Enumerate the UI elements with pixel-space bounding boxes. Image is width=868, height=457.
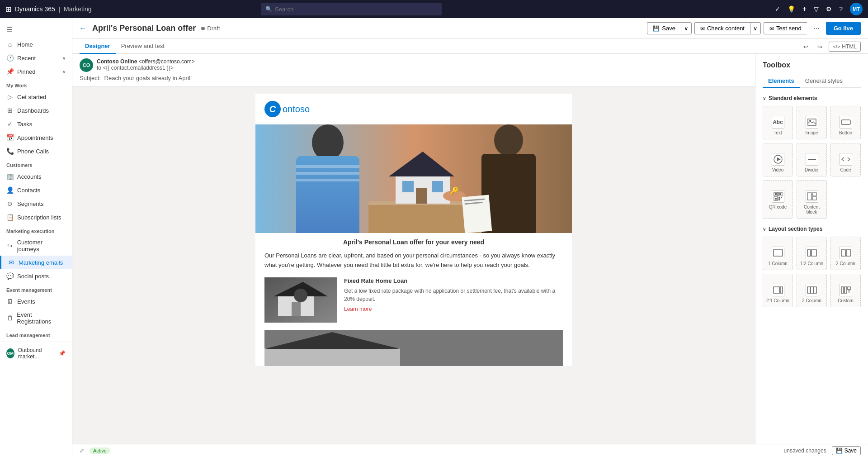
email-from-email: <offers@contoso.com> bbox=[139, 58, 195, 65]
toolbox-layouts-grid: · · · · · · 1 Column · · · · · · bbox=[763, 237, 861, 307]
save-button[interactable]: 💾 Save bbox=[647, 22, 681, 34]
email-to: to <{{ contact.emailaddress1 }}> bbox=[97, 65, 195, 71]
toolbox-tab-general-styles[interactable]: General styles bbox=[800, 75, 848, 88]
toolbox-layout-section: ∨ Layout section types · · · · · · 1 Col… bbox=[763, 226, 861, 307]
sidebar-item-get-started[interactable]: ▷ Get started bbox=[0, 90, 72, 104]
save-button-group: 💾 Save ∨ bbox=[647, 22, 692, 34]
toolbox-item-text[interactable]: · · · · · · Abc Text bbox=[763, 106, 793, 139]
nav-search-box[interactable]: 🔍 bbox=[261, 3, 442, 15]
nav-brand-label: Dynamics 365 bbox=[15, 5, 55, 13]
sidebar-item-contacts-label: Contacts bbox=[17, 187, 40, 194]
toolbox-dots-text: · · · · · · bbox=[770, 110, 786, 114]
toolbox-item-image[interactable]: · · · · · · Image bbox=[797, 106, 827, 139]
toolbox-title: Toolbox bbox=[763, 61, 861, 69]
toolbox-item-2-1-column[interactable]: · · · · · · 2:1 Column bbox=[763, 274, 793, 307]
sidebar-item-phone-calls[interactable]: 📞 Phone Calls bbox=[0, 144, 72, 158]
toolbox-item-button[interactable]: · · · · · · Button bbox=[830, 106, 861, 139]
toolbox-item-3-col-label: 3 Column bbox=[802, 298, 821, 303]
nav-separator: | bbox=[59, 6, 60, 13]
nav-check-icon[interactable]: ✓ bbox=[775, 5, 780, 13]
status-save-icon: 💾 bbox=[836, 447, 843, 454]
toolbox-item-divider[interactable]: · · · · · · Divider bbox=[797, 143, 827, 176]
sidebar-item-recent[interactable]: 🕐 Recent ∨ bbox=[0, 51, 72, 65]
sidebar-item-home[interactable]: ⌂ Home bbox=[0, 38, 72, 51]
sidebar-item-accounts[interactable]: 🏢 Accounts bbox=[0, 170, 72, 183]
event-registrations-icon: 🗒 bbox=[6, 314, 13, 322]
check-content-button[interactable]: ✉ Check content bbox=[694, 22, 750, 34]
svg-rect-47 bbox=[807, 250, 811, 256]
toolbox-item-3-column[interactable]: · · · · · · 3 Column bbox=[797, 274, 827, 307]
nav-bulb-icon[interactable]: 💡 bbox=[788, 5, 795, 13]
svg-rect-46 bbox=[774, 250, 783, 256]
save-dropdown-button[interactable]: ∨ bbox=[681, 22, 692, 34]
toolbox-item-custom[interactable]: · · · · · · Custom bbox=[830, 274, 861, 307]
sidebar-item-segments[interactable]: ⊙ Segments bbox=[0, 197, 72, 210]
marketing-execution-section-label: Marketing execution bbox=[0, 224, 72, 236]
hero-svg: 🔑 bbox=[255, 124, 572, 233]
status-dot bbox=[201, 27, 205, 30]
redo-button[interactable]: ↪ bbox=[815, 42, 825, 52]
sidebar-item-dashboards[interactable]: ⊞ Dashboards bbox=[0, 104, 72, 117]
sidebar-divider bbox=[0, 342, 72, 342]
sidebar-item-event-registrations[interactable]: 🗒 Event Registrations bbox=[0, 308, 72, 328]
toolbox-item-video[interactable]: · · · · · · Video bbox=[763, 143, 793, 176]
undo-button[interactable]: ↩ bbox=[801, 42, 811, 52]
toolbox-item-code[interactable]: · · · · · · Code bbox=[830, 143, 861, 176]
toolbox-tab-elements[interactable]: Elements bbox=[763, 75, 800, 88]
toolbox-item-1-column[interactable]: · · · · · · 1 Column bbox=[763, 237, 793, 270]
sidebar-item-social-posts-label: Social posts bbox=[17, 273, 49, 280]
sidebar-item-appointments[interactable]: 📅 Appointments bbox=[0, 131, 72, 144]
check-content-dropdown-button[interactable]: ∨ bbox=[750, 22, 761, 34]
sidebar-item-accounts-label: Accounts bbox=[17, 173, 41, 180]
search-input[interactable] bbox=[275, 6, 437, 13]
lead-management-section-label: Lead management bbox=[0, 328, 72, 340]
toolbox-item-2-column[interactable]: · · · · · · 2 Column bbox=[830, 237, 861, 270]
toolbox-section-header-layout[interactable]: ∨ Layout section types bbox=[763, 226, 861, 232]
sidebar-bottom-item[interactable]: OM Outbound market... 📌 bbox=[0, 344, 72, 363]
email-meta: CO Contoso Online <offers@contoso.com> t… bbox=[72, 54, 755, 86]
toolbox-item-text-label: Text bbox=[774, 130, 782, 135]
toolbox-elements-grid: · · · · · · Abc Text · · · · · · Image bbox=[763, 106, 861, 219]
expand-icon[interactable]: ⤢ bbox=[80, 447, 84, 454]
sidebar-item-marketing-emails[interactable]: ✉ Marketing emails bbox=[0, 256, 72, 269]
sidebar-hamburger-icon[interactable]: ☰ bbox=[0, 22, 72, 38]
tab-preview-test[interactable]: Preview and test bbox=[116, 39, 170, 54]
more-options-button[interactable]: ⋯ bbox=[810, 22, 823, 35]
email-canvas-wrapper[interactable]: CO Contoso Online <offers@contoso.com> t… bbox=[72, 54, 755, 444]
status-save-button[interactable]: 💾 Save bbox=[832, 446, 861, 455]
html-button[interactable]: </> HTML bbox=[829, 42, 861, 52]
nav-settings-icon[interactable]: ⚙ bbox=[826, 5, 832, 13]
toolbox-panel: Toolbox Elements General styles ∨ Standa… bbox=[755, 54, 868, 444]
contacts-icon: 👤 bbox=[6, 186, 14, 194]
sidebar-item-social-posts[interactable]: 💬 Social posts bbox=[0, 269, 72, 283]
nav-filter-icon[interactable]: ▽ bbox=[814, 5, 819, 13]
toolbox-dots-3-col: · · · · · · bbox=[804, 278, 820, 282]
sidebar-item-subscription-lists[interactable]: 📋 Subscription lists bbox=[0, 210, 72, 224]
back-button[interactable]: ← bbox=[80, 24, 87, 33]
toolbox-item-qr-code[interactable]: · · · · · · bbox=[763, 180, 793, 219]
nav-icon-group: ✓ 💡 + ▽ ⚙ ? MT bbox=[775, 3, 863, 15]
waffle-icon[interactable]: ⊞ bbox=[5, 5, 11, 14]
status-badge: Draft bbox=[201, 25, 220, 32]
toolbox-item-content-block[interactable]: · · · · · · Content block bbox=[797, 180, 827, 219]
toolbox-section-header-standard[interactable]: ∨ Standard elements bbox=[763, 95, 861, 101]
sidebar-item-contacts[interactable]: 👤 Contacts bbox=[0, 183, 72, 197]
sidebar-item-events[interactable]: 🗓 Events bbox=[0, 295, 72, 308]
toolbox-standard-elements-section: ∨ Standard elements · · · · · · Abc Text… bbox=[763, 95, 861, 219]
nav-avatar[interactable]: MT bbox=[850, 3, 863, 15]
go-live-button[interactable]: Go live bbox=[826, 22, 861, 35]
layout-section-chevron-icon: ∨ bbox=[763, 227, 766, 232]
toolbox-item-1-2-column[interactable]: · · · · · · 1:2 Column bbox=[797, 237, 827, 270]
svg-rect-41 bbox=[781, 197, 782, 198]
test-send-button[interactable]: ✉ Test send bbox=[764, 22, 807, 34]
sidebar-item-tasks[interactable]: ✓ Tasks bbox=[0, 117, 72, 131]
sidebar-item-pinned[interactable]: 📌 Pinned ∨ bbox=[0, 65, 72, 78]
svg-rect-4 bbox=[296, 172, 359, 175]
email-hero-caption: April's Personal Loan offer for your eve… bbox=[255, 233, 572, 251]
text-element-icon: Abc bbox=[772, 116, 784, 129]
tab-designer[interactable]: Designer bbox=[80, 39, 116, 54]
sidebar-item-customer-journeys[interactable]: ↪ Customer journeys bbox=[0, 236, 72, 256]
nav-plus-icon[interactable]: + bbox=[802, 5, 807, 13]
nav-help-icon[interactable]: ? bbox=[839, 5, 843, 13]
feature-link[interactable]: Learn more bbox=[344, 306, 563, 312]
